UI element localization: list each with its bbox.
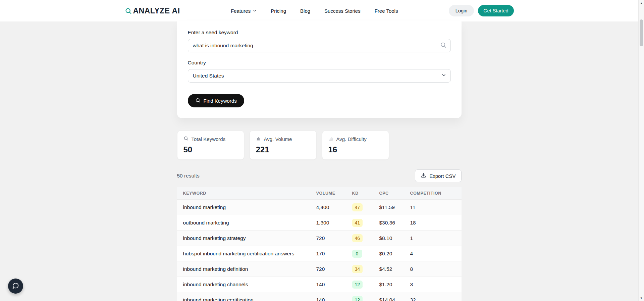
stat-card: Total Keywords 50 — [177, 131, 244, 160]
nav-link-success-stories[interactable]: Success Stories — [324, 8, 361, 14]
competition-cell: 1 — [410, 235, 455, 241]
keyword-cell: inbound marketing definition — [183, 266, 316, 272]
cpc-cell: $11.59 — [379, 204, 410, 210]
competition-cell: 8 — [410, 266, 455, 272]
column-header-competition: Competition — [410, 191, 455, 196]
chat-bubble-icon — [12, 282, 19, 290]
get-started-button[interactable]: Get Started — [478, 5, 514, 16]
kd-cell: 0 — [352, 250, 379, 258]
seed-keyword-input-wrap — [188, 39, 451, 52]
chevron-down-icon — [441, 72, 446, 79]
kd-cell: 12 — [352, 281, 379, 289]
nav-link-label: Pricing — [271, 8, 286, 14]
stat-value: 50 — [183, 145, 238, 154]
volume-cell: 170 — [316, 251, 352, 257]
volume-cell: 720 — [316, 266, 352, 272]
scrollbar-up-arrow[interactable]: ▲ — [639, 0, 644, 6]
country-select[interactable]: United States — [188, 69, 451, 83]
chat-widget-button[interactable] — [8, 279, 23, 294]
brand-logo[interactable]: ANALYZE AI — [125, 6, 180, 15]
scrollbar-down-arrow[interactable]: ▼ — [639, 295, 644, 301]
bar-chart-icon — [256, 136, 261, 142]
kd-cell: 41 — [352, 219, 379, 227]
nav-link-free-tools[interactable]: Free Tools — [375, 8, 398, 14]
stat-card: Avg. Volume 221 — [250, 131, 317, 160]
nav-link-features[interactable]: Features — [231, 8, 257, 14]
competition-cell: 32 — [410, 297, 455, 301]
results-count: 50 results — [177, 173, 200, 179]
table-body: inbound marketing 4,400 47 $11.59 11 out… — [177, 200, 462, 301]
table-row[interactable]: inbound marketing 4,400 47 $11.59 11 — [177, 200, 462, 215]
table-row[interactable]: inbound marketing strategy 720 46 $8.10 … — [177, 231, 462, 246]
kd-badge: 41 — [352, 219, 363, 227]
kd-cell: 47 — [352, 203, 379, 211]
nav-link-pricing[interactable]: Pricing — [271, 8, 286, 14]
keyword-cell: inbound marketing strategy — [183, 235, 316, 241]
stats-row: Total Keywords 50 — [177, 131, 462, 160]
scrollbar[interactable]: ▲ ▼ — [638, 0, 644, 301]
seed-keyword-label: Enter a seed keyword — [188, 30, 451, 36]
column-header-kd: KD — [352, 191, 379, 196]
competition-cell: 11 — [410, 204, 455, 210]
volume-cell: 140 — [316, 297, 352, 301]
stat-card: Avg. Difficulty 16 — [322, 131, 389, 160]
search-icon — [183, 136, 189, 142]
brand-text: ANALYZE AI — [133, 6, 180, 15]
table-row[interactable]: inbound marketing certification 140 12 $… — [177, 292, 462, 301]
export-csv-button[interactable]: Export CSV — [415, 169, 461, 182]
navbar: ANALYZE AI Features Pricing Blog Success… — [0, 0, 638, 21]
column-header-keyword: Keyword — [183, 191, 316, 196]
stat-label: Avg. Difficulty — [336, 136, 367, 142]
find-keywords-label: Find Keywords — [204, 98, 237, 104]
volume-cell: 1,300 — [316, 220, 352, 226]
login-button[interactable]: Login — [449, 5, 474, 16]
cpc-cell: $30.36 — [379, 220, 410, 226]
country-select-value: United States — [193, 73, 224, 79]
chevron-down-icon — [253, 8, 257, 14]
table-row[interactable]: hubspot inbound marketing certification … — [177, 246, 462, 261]
bar-chart-icon — [328, 136, 333, 142]
stat-label: Avg. Volume — [264, 136, 292, 142]
cpc-cell: $0.20 — [379, 251, 410, 257]
keyword-cell: inbound marketing channels — [183, 282, 316, 288]
table-row[interactable]: inbound marketing definition 720 34 $4.5… — [177, 261, 462, 277]
competition-cell: 3 — [410, 282, 455, 288]
keyword-search-card: Enter a seed keyword Country United Stat… — [177, 21, 462, 118]
nav-links: Features Pricing Blog Success Stories Fr… — [231, 8, 398, 14]
page: ANALYZE AI Features Pricing Blog Success… — [0, 0, 638, 301]
brand-magnifier-icon — [125, 7, 132, 14]
table-row[interactable]: outbound marketing 1,300 41 $30.36 18 — [177, 215, 462, 231]
volume-cell: 4,400 — [316, 204, 352, 210]
kd-badge: 12 — [352, 296, 363, 301]
cpc-cell: $8.10 — [379, 235, 410, 241]
stat-label: Total Keywords — [192, 136, 226, 142]
kd-badge: 46 — [352, 234, 363, 242]
cpc-cell: $14.04 — [379, 297, 410, 301]
results-bar: 50 results Export CSV — [177, 169, 462, 182]
scrollbar-thumb[interactable] — [640, 19, 643, 46]
table-header-row: Keyword Volume KD CPC Competition — [177, 187, 462, 200]
keyword-cell: hubspot inbound marketing certification … — [183, 251, 316, 257]
search-icon — [440, 42, 446, 50]
keyword-cell: inbound marketing certification — [183, 297, 316, 301]
seed-keyword-input[interactable] — [188, 39, 451, 52]
stat-value: 221 — [256, 145, 310, 154]
find-keywords-button[interactable]: Find Keywords — [188, 94, 244, 107]
competition-cell: 4 — [410, 251, 455, 257]
nav-link-blog[interactable]: Blog — [300, 8, 310, 14]
kd-cell: 46 — [352, 234, 379, 242]
volume-cell: 720 — [316, 235, 352, 241]
stat-value: 16 — [328, 145, 383, 154]
cpc-cell: $4.52 — [379, 266, 410, 272]
nav-link-label: Free Tools — [375, 8, 398, 14]
stat-head: Avg. Difficulty — [328, 136, 383, 142]
kd-badge: 0 — [352, 250, 362, 258]
download-icon — [421, 172, 426, 179]
cpc-cell: $1.20 — [379, 282, 410, 288]
stat-head: Avg. Volume — [256, 136, 310, 142]
navbar-inner: ANALYZE AI Features Pricing Blog Success… — [125, 0, 514, 21]
nav-actions: Login Get Started — [449, 5, 514, 16]
column-header-cpc: CPC — [379, 191, 410, 196]
kd-badge: 34 — [352, 265, 363, 273]
table-row[interactable]: inbound marketing channels 140 12 $1.20 … — [177, 277, 462, 292]
